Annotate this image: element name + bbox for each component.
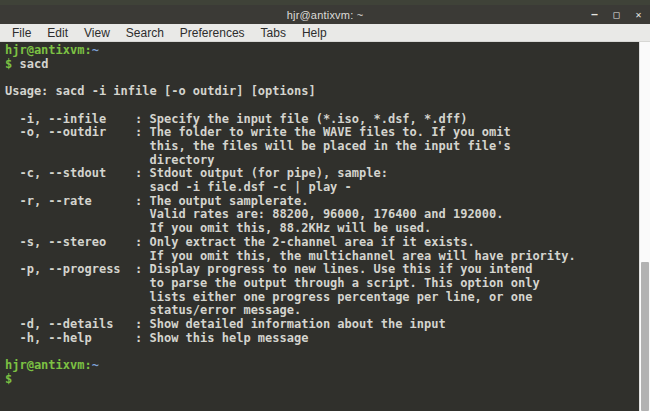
maximize-icon[interactable]: □ xyxy=(611,10,622,20)
prompt-symbol: $ xyxy=(5,57,12,71)
prompt-symbol: $ xyxy=(5,372,12,386)
command-help-output: Usage: sacd -i infile [-o outdir] [optio… xyxy=(5,84,576,345)
menu-help[interactable]: Help xyxy=(294,25,335,41)
menu-bar: File Edit View Search Preferences Tabs H… xyxy=(0,24,650,42)
scrollbar-track[interactable] xyxy=(639,42,650,411)
menu-view[interactable]: View xyxy=(76,25,118,41)
close-icon[interactable]: ✕ xyxy=(633,10,644,20)
menu-preferences[interactable]: Preferences xyxy=(172,25,253,41)
menu-tabs[interactable]: Tabs xyxy=(253,25,294,41)
window-title: hjr@antixvm: ~ xyxy=(287,9,364,21)
terminal-window: hjr@antixvm: ~ – □ ✕ File Edit View Sear… xyxy=(0,0,650,411)
minimize-icon[interactable]: – xyxy=(589,10,600,20)
prompt-path: ~ xyxy=(92,43,99,57)
scrollbar-thumb[interactable] xyxy=(641,262,649,411)
window-controls: – □ ✕ xyxy=(589,5,644,24)
prompt-user-host: hjr@antixvm: xyxy=(5,43,92,57)
typed-command: sacd xyxy=(19,57,48,71)
terminal-output[interactable]: hjr@antixvm:~ $ sacd Usage: sacd -i infi… xyxy=(0,42,650,387)
terminal-area[interactable]: hjr@antixvm:~ $ sacd Usage: sacd -i infi… xyxy=(0,42,650,411)
prompt-user-host: hjr@antixvm: xyxy=(5,358,92,372)
menu-file[interactable]: File xyxy=(4,25,39,41)
menu-edit[interactable]: Edit xyxy=(39,25,76,41)
title-bar[interactable]: hjr@antixvm: ~ – □ ✕ xyxy=(0,5,650,24)
menu-search[interactable]: Search xyxy=(118,25,172,41)
prompt-path: ~ xyxy=(92,358,99,372)
